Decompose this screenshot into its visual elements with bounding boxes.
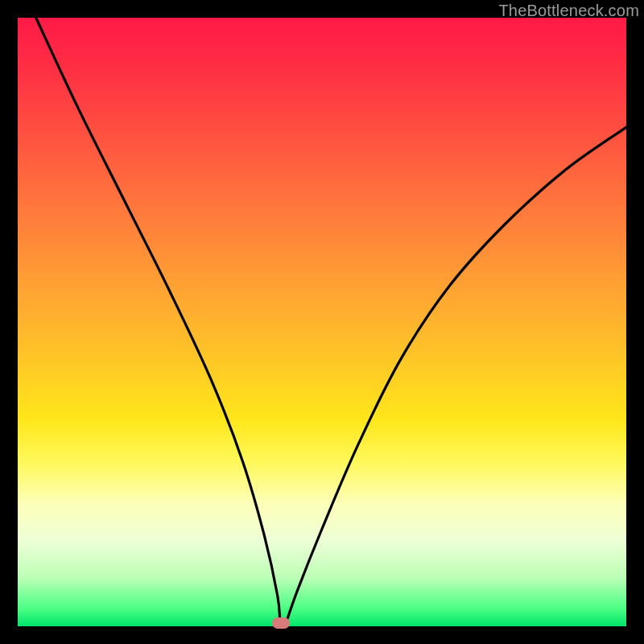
bottleneck-curve — [18, 18, 626, 626]
chart-plot-area — [18, 18, 626, 626]
chart-frame: TheBottleneck.com — [0, 0, 644, 644]
minimum-marker — [272, 617, 290, 629]
watermark-text: TheBottleneck.com — [498, 2, 639, 20]
